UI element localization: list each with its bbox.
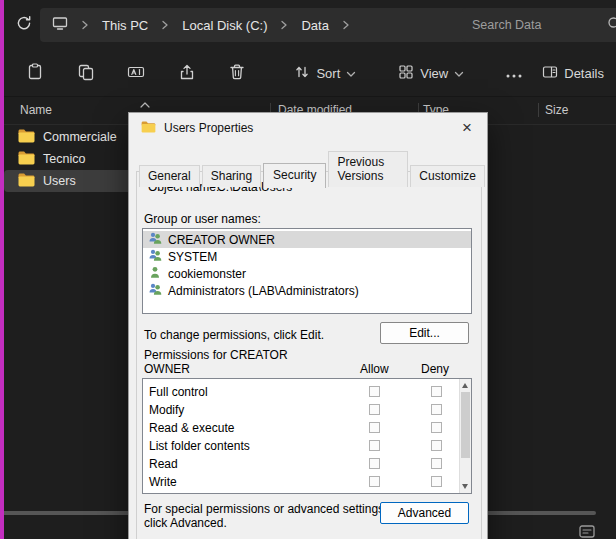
explorer-window: This PC Local Disk (C:) Data Search Data bbox=[0, 0, 616, 539]
group-list-label: Group or user names: bbox=[144, 212, 261, 226]
dialog-title: Users Properties bbox=[164, 121, 253, 135]
deny-checkbox[interactable] bbox=[431, 404, 442, 415]
refresh-button[interactable] bbox=[10, 13, 38, 37]
trash-icon bbox=[228, 63, 246, 84]
group-item-creator-owner[interactable]: CREATOR OWNER bbox=[143, 231, 471, 248]
tab-security[interactable]: Security bbox=[263, 163, 326, 188]
breadcrumb-data[interactable]: Data bbox=[301, 18, 328, 33]
sort-button[interactable]: Sort bbox=[284, 55, 366, 91]
user-icon bbox=[147, 266, 163, 281]
permission-row-read[interactable]: Read bbox=[143, 455, 471, 473]
sort-ascending-icon bbox=[140, 97, 150, 111]
column-header-size[interactable]: Size bbox=[545, 103, 568, 117]
statusbar-view-icon[interactable] bbox=[578, 524, 596, 538]
advanced-button[interactable]: Advanced bbox=[380, 502, 469, 524]
details-label: Details bbox=[564, 66, 604, 81]
chevron-right-icon bbox=[342, 16, 350, 34]
share-button[interactable] bbox=[161, 55, 211, 91]
group-user-listbox: CREATOR OWNER SYSTEM cookiemonster bbox=[142, 228, 472, 314]
chevron-right-icon bbox=[280, 16, 288, 34]
rename-button[interactable] bbox=[111, 55, 161, 91]
search-placeholder: Search Data bbox=[472, 18, 607, 32]
details-button[interactable]: Details bbox=[532, 55, 614, 91]
tab-general[interactable]: General bbox=[139, 165, 200, 187]
users-icon bbox=[147, 249, 163, 264]
folder-icon bbox=[18, 129, 35, 146]
dialog-tabs: General Sharing Security Previous Versio… bbox=[139, 150, 487, 186]
permission-row-read-execute[interactable]: Read & execute bbox=[143, 419, 471, 437]
permission-row-modify[interactable]: Modify bbox=[143, 401, 471, 419]
edit-button[interactable]: Edit... bbox=[380, 322, 469, 344]
allow-column-header: Allow bbox=[360, 362, 389, 376]
chevron-right-icon bbox=[81, 16, 89, 34]
details-pane-icon bbox=[542, 64, 558, 83]
allow-checkbox[interactable] bbox=[369, 476, 380, 487]
users-icon bbox=[147, 283, 163, 298]
column-divider[interactable] bbox=[538, 103, 539, 117]
scrollbar-thumb[interactable] bbox=[461, 392, 470, 458]
permission-label: Full control bbox=[149, 385, 208, 399]
chevron-down-icon bbox=[346, 66, 356, 81]
deny-checkbox[interactable] bbox=[431, 440, 442, 451]
group-item-system[interactable]: SYSTEM bbox=[143, 248, 471, 265]
advanced-hint-line2: click Advanced. bbox=[144, 516, 387, 530]
paste-button[interactable] bbox=[10, 55, 60, 91]
breadcrumb: This PC Local Disk (C:) Data bbox=[40, 8, 478, 42]
users-properties-dialog: Users Properties × General Sharing Secur… bbox=[128, 112, 488, 539]
copy-icon bbox=[77, 63, 95, 84]
file-name: Tecnico bbox=[43, 152, 85, 166]
search-input[interactable]: Search Data bbox=[462, 8, 616, 42]
security-tab-panel: Object name: C:\Data\Users Group or user… bbox=[136, 171, 482, 539]
users-icon bbox=[147, 232, 163, 247]
allow-checkbox[interactable] bbox=[369, 404, 380, 415]
permissions-listbox: Full control Modify Read & execute List … bbox=[142, 378, 472, 494]
allow-checkbox[interactable] bbox=[369, 440, 380, 451]
permission-row-write[interactable]: Write bbox=[143, 473, 471, 491]
tab-previous-versions[interactable]: Previous Versions bbox=[328, 151, 408, 187]
permissions-scrollbar[interactable] bbox=[459, 379, 471, 493]
breadcrumb-this-pc[interactable]: This PC bbox=[102, 18, 148, 33]
ellipsis-icon bbox=[506, 66, 522, 81]
permission-row-list-folder-contents[interactable]: List folder contents bbox=[143, 437, 471, 455]
view-label: View bbox=[420, 66, 448, 81]
close-button[interactable]: × bbox=[451, 115, 483, 141]
dialog-title-bar: Users Properties × bbox=[129, 113, 487, 143]
allow-checkbox[interactable] bbox=[369, 422, 380, 433]
deny-checkbox[interactable] bbox=[431, 422, 442, 433]
permissions-label: Permissions for CREATOR OWNER bbox=[144, 348, 296, 376]
scroll-up-icon bbox=[462, 383, 468, 388]
group-item-label: cookiemonster bbox=[168, 267, 246, 281]
view-button[interactable]: View bbox=[388, 55, 474, 91]
advanced-hint-line1: For special permissions or advanced sett… bbox=[144, 502, 387, 516]
more-options-button[interactable] bbox=[496, 55, 532, 91]
permission-row-full-control[interactable]: Full control bbox=[143, 383, 471, 401]
file-name: Commerciale bbox=[43, 130, 117, 144]
permission-label: Read bbox=[149, 457, 178, 471]
group-item-administrators[interactable]: Administrators (LAB\Administrators) bbox=[143, 282, 471, 299]
allow-checkbox[interactable] bbox=[369, 386, 380, 397]
command-toolbar: Sort View Details bbox=[4, 50, 616, 97]
this-pc-icon bbox=[52, 15, 68, 35]
column-header-name[interactable]: Name bbox=[20, 103, 52, 117]
rename-icon bbox=[127, 63, 145, 84]
chevron-down-icon bbox=[454, 66, 464, 81]
deny-checkbox[interactable] bbox=[431, 386, 442, 397]
file-name: Users bbox=[43, 174, 76, 188]
screen-edge-accent bbox=[0, 0, 4, 539]
advanced-hint: For special permissions or advanced sett… bbox=[144, 502, 387, 530]
allow-checkbox[interactable] bbox=[369, 458, 380, 469]
folder-icon bbox=[18, 173, 35, 190]
copy-button[interactable] bbox=[60, 55, 110, 91]
tab-customize[interactable]: Customize bbox=[410, 165, 485, 187]
edit-hint: To change permissions, click Edit. bbox=[144, 328, 324, 342]
close-icon: × bbox=[462, 118, 472, 138]
deny-checkbox[interactable] bbox=[431, 458, 442, 469]
breadcrumb-local-disk[interactable]: Local Disk (C:) bbox=[182, 18, 267, 33]
tab-sharing[interactable]: Sharing bbox=[202, 165, 261, 187]
sort-label: Sort bbox=[316, 66, 340, 81]
deny-checkbox[interactable] bbox=[431, 476, 442, 487]
group-item-cookiemonster[interactable]: cookiemonster bbox=[143, 265, 471, 282]
permission-label: Read & execute bbox=[149, 421, 234, 435]
folder-icon bbox=[18, 151, 35, 168]
delete-button[interactable] bbox=[212, 55, 262, 91]
